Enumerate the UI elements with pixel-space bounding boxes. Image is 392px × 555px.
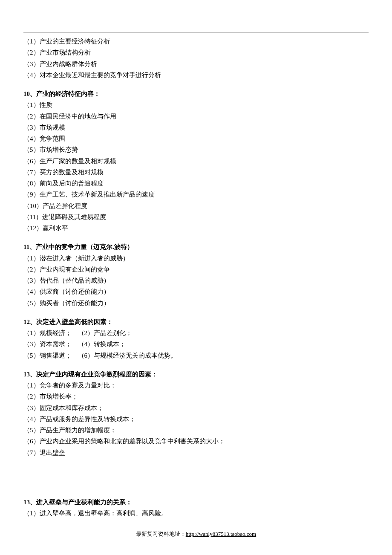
page-footer: 最新复习资料地址：http://wanly837513.taobao.com [23, 529, 369, 539]
list-item: （5）销售渠道； （6）与规模经济无关的成本优势。 [23, 350, 369, 361]
list-item: （2）产业内现有企业间的竞争 [23, 264, 369, 275]
section-number: 13 [23, 499, 30, 506]
list-item: （11）进退障碍及其难易程度 [23, 211, 369, 223]
list-item: （7）退出壁垒 [23, 447, 369, 458]
intro-list: （1）产业的主要经济特征分析 （2）产业市场结构分析 （3）产业内战略群体分析 … [23, 36, 369, 81]
section-title-text: 、决定进入壁垒高低的因素： [30, 318, 113, 325]
section-title-text: 、产业中的竞争力量（迈克尔.波特） [29, 243, 133, 250]
section-heading: 11、产业中的竞争力量（迈克尔.波特） [23, 241, 369, 252]
list-item: （4）竞争范围 [23, 133, 369, 144]
list-item: （7）买方的数量及相对规模 [23, 167, 369, 178]
section-title-text: 、进入壁垒与产业获利能力的关系： [30, 499, 132, 506]
list-item: （4）对本企业最近和最主要的竞争对手进行分析 [23, 69, 369, 81]
section-number: 11 [23, 243, 29, 250]
list-item: （3）固定成本和库存成本； [23, 402, 369, 413]
section-number: 13 [23, 371, 30, 378]
section-title-text: 、决定产业内现有企业竞争激烈程度的因素： [30, 371, 158, 378]
list-item: （12）赢利水平 [23, 223, 369, 234]
section-13a: 13、决定产业内现有企业竞争激烈程度的因素： （1）竞争者的多寡及力量对比； （… [23, 369, 369, 458]
section-title-text: 、产业的经济特征内容： [30, 90, 100, 97]
list-item: （2）市场增长率； [23, 391, 369, 402]
list-item: （3）产业内战略群体分析 [23, 58, 369, 69]
list-item: （4）产品或服务的差异性及转换成本； [23, 413, 369, 425]
section-heading: 12、决定进入壁垒高低的因素： [23, 316, 369, 327]
list-item: （5）市场增长态势 [23, 144, 369, 155]
list-item: （8）前向及后向的普遍程度 [23, 178, 369, 189]
footer-link[interactable]: http://wanly837513.taobao.com [186, 531, 256, 537]
section-13b: 13、进入壁垒与产业获利能力的关系： （1）进入壁垒高，退出壁垒高：高利润、高风… [23, 497, 369, 519]
list-item: （2）在国民经济中的地位与作用 [23, 111, 369, 122]
list-item: （5）产品生产能力的增加幅度； [23, 425, 369, 436]
section-number: 10 [23, 90, 30, 97]
list-item: （1）产业的主要经济特征分析 [23, 36, 369, 47]
list-item: （10）产品差异化程度 [23, 200, 369, 211]
list-item: （1）竞争者的多寡及力量对比； [23, 380, 369, 391]
list-item: （3）市场规模 [23, 122, 369, 133]
list-item: （9）生产工艺、技术革新及推出新产品的速度 [23, 189, 369, 200]
list-item: （1）规模经济； （2）产品差别化； [23, 327, 369, 338]
section-12: 12、决定进入壁垒高低的因素： （1）规模经济； （2）产品差别化； （3）资本… [23, 316, 369, 361]
list-item: （1）进入壁垒高，退出壁垒高：高利润、高风险。 [23, 508, 369, 519]
footer-label: 最新复习资料地址： [136, 531, 186, 537]
horizontal-rule [23, 32, 369, 32]
list-item: （1）潜在进入者（新进入者的威胁） [23, 253, 369, 264]
list-item: （6）生产厂家的数量及相对规模 [23, 156, 369, 167]
list-item: （3）替代品（替代品的威胁） [23, 275, 369, 286]
list-item: （6）产业内企业采用的策略和北京的差异以及竞争中利害关系的大小； [23, 436, 369, 447]
section-10: 10、产业的经济特征内容： （1）性质 （2）在国民经济中的地位与作用 （3）市… [23, 88, 369, 234]
section-heading: 10、产业的经济特征内容： [23, 88, 369, 99]
section-11: 11、产业中的竞争力量（迈克尔.波特） （1）潜在进入者（新进入者的威胁） （2… [23, 241, 369, 309]
list-item: （2）产业市场结构分析 [23, 47, 369, 58]
list-item: （5）购买者（讨价还价能力） [23, 298, 369, 309]
section-heading: 13、决定产业内现有企业竞争激烈程度的因素： [23, 369, 369, 380]
list-item: （4）供应商（讨价还价能力） [23, 286, 369, 297]
list-item: （1）性质 [23, 99, 369, 110]
section-number: 12 [23, 318, 30, 325]
section-heading: 13、进入壁垒与产业获利能力的关系： [23, 497, 369, 508]
list-item: （3）资本需求； （4）转换成本； [23, 338, 369, 350]
